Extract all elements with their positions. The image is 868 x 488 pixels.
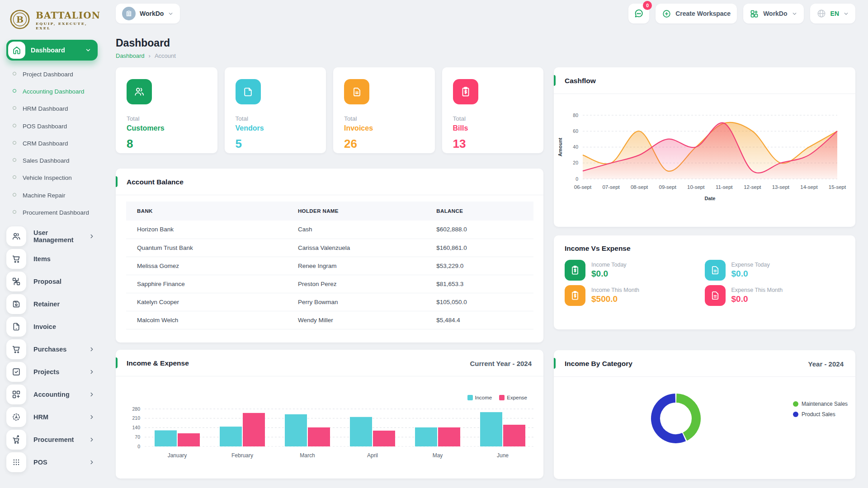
language-selector[interactable]: EN xyxy=(810,4,855,23)
sidebar-menu: User Management Items Proposal Retainer … xyxy=(6,225,98,474)
table-column-header: BALANCE xyxy=(425,202,533,221)
globe-icon xyxy=(816,9,826,19)
svg-text:40: 40 xyxy=(573,144,578,150)
create-workspace-button[interactable]: Create Workspace xyxy=(656,4,737,23)
workdo-menu-button[interactable]: WorkDo xyxy=(743,4,803,23)
table-column-header: BANK xyxy=(126,202,287,221)
app-root: B BATTALION EQUIP, EXECUTE, EXEL Dashboa… xyxy=(0,0,868,479)
balance-cell: $160,861.0 xyxy=(425,239,533,257)
table-row: Horizon Bank Cash $602,888.0 xyxy=(126,221,533,239)
bullet-icon xyxy=(13,106,16,110)
chevron-right-icon xyxy=(89,233,95,239)
sidebar-item-hrm[interactable]: HRM xyxy=(6,406,98,428)
chevron-down-icon xyxy=(168,11,174,17)
stat-card-bills[interactable]: Total Bills 13 xyxy=(442,67,544,153)
table-row: Malcolm Welch Wendy Miller $5,484.4 xyxy=(126,311,533,329)
retainer-icon xyxy=(6,294,26,314)
main-content: WorkDo 0 Create xyxy=(104,0,868,479)
language-label: EN xyxy=(830,10,839,17)
invoice-icon xyxy=(6,317,26,337)
sidebar-item-projects[interactable]: Projects xyxy=(6,361,98,383)
stat-label: Customers xyxy=(127,124,207,132)
svg-text:60: 60 xyxy=(573,128,578,134)
holder-cell: Preston Perez xyxy=(287,275,425,293)
stat-card-customers[interactable]: Total Customers 8 xyxy=(116,67,217,153)
sidebar-subitem[interactable]: Vehicle Inspection xyxy=(13,169,98,187)
sidebar-subitem[interactable]: Project Dashboard xyxy=(13,66,98,83)
sidebar-item-label: HRM xyxy=(33,413,48,421)
svg-text:07-sept: 07-sept xyxy=(602,184,620,190)
income-by-category-donut-chart xyxy=(554,377,855,479)
legend-item: Expense xyxy=(499,395,527,400)
chevron-right-icon xyxy=(89,414,95,420)
users-icon xyxy=(6,226,26,246)
holder-cell: Cash xyxy=(287,221,425,239)
chevron-right-icon xyxy=(89,391,95,398)
chevron-down-icon xyxy=(843,11,849,17)
sidebar-item-proposal[interactable]: Proposal xyxy=(6,270,98,293)
stat-prefix: Total xyxy=(453,115,533,122)
sidebar-item-procurement[interactable]: Procurement xyxy=(6,428,98,451)
table-row: Melissa Gomez Renee Ingram $53,229.0 xyxy=(126,257,533,275)
grid-plus-icon xyxy=(750,9,759,19)
proposal-icon xyxy=(6,272,26,291)
sidebar-subitem[interactable]: Machine Repair xyxy=(13,187,98,204)
sidebar-item-pos[interactable]: POS xyxy=(6,451,98,474)
sidebar-item-label: Items xyxy=(33,255,51,263)
stat-prefix: Total xyxy=(127,115,207,122)
svg-text:January: January xyxy=(168,452,187,459)
sidebar-subitem-label: Project Dashboard xyxy=(23,70,73,79)
workspace-switcher[interactable]: WorkDo xyxy=(116,4,180,23)
sidebar-subitem[interactable]: HRM Dashboard xyxy=(13,100,98,117)
workspace-avatar xyxy=(122,7,136,20)
svg-text:February: February xyxy=(231,452,253,459)
sidebar-subitem[interactable]: POS Dashboard xyxy=(13,118,98,135)
ive-label: Expense Today xyxy=(731,262,770,268)
sidebar-subitem[interactable]: Procurement Dashboard xyxy=(13,204,98,221)
sidebar-item-purchases[interactable]: Purchases xyxy=(6,338,98,361)
svg-text:12-sept: 12-sept xyxy=(744,184,761,190)
sidebar-item-label: POS xyxy=(33,459,47,466)
svg-text:March: March xyxy=(300,452,315,459)
sidebar-subitem-label: POS Dashboard xyxy=(23,122,67,131)
cart-icon xyxy=(6,249,26,269)
panel-title: Income & Expense xyxy=(127,359,189,367)
sidebar-subitem-label: Machine Repair xyxy=(23,192,66,200)
sidebar-item-dashboard[interactable]: Dashboard xyxy=(6,40,98,61)
cashflow-panel: Cashflow 02040608006-sept07-sept08-sept0… xyxy=(554,67,855,227)
sidebar-item-accounting[interactable]: Accounting xyxy=(6,383,98,406)
income-vs-expense-tiles: Income Today $0.0 Expense Today $0.0 Inc… xyxy=(554,255,855,310)
bullet-icon xyxy=(13,89,16,93)
stat-card-vendors[interactable]: Total Vendors 5 xyxy=(225,67,326,153)
ive-value: $500.0 xyxy=(591,294,639,304)
sidebar-item-user-management[interactable]: User Management xyxy=(6,225,98,248)
bank-cell: Malcolm Welch xyxy=(126,311,287,329)
brand-tagline: EQUIP, EXECUTE, EXEL xyxy=(36,21,100,30)
stat-card-invoices[interactable]: Total Invoices 26 xyxy=(333,67,435,153)
chat-icon xyxy=(633,8,644,19)
panel-accent xyxy=(554,358,556,369)
svg-text:20: 20 xyxy=(573,160,578,165)
breadcrumb-link[interactable]: Dashboard xyxy=(116,52,145,59)
sidebar-item-invoice[interactable]: Invoice xyxy=(6,315,98,338)
stat-value: 8 xyxy=(127,137,207,151)
stat-label: Vendors xyxy=(236,124,316,132)
hrm-icon xyxy=(6,407,26,427)
messages-button[interactable]: 0 xyxy=(628,4,649,23)
bullet-icon xyxy=(13,158,16,162)
brand[interactable]: B BATTALION EQUIP, EXECUTE, EXEL xyxy=(6,6,98,33)
account-balance-table: BANKHOLDER NAMEBALANCE Horizon Bank Cash… xyxy=(126,202,533,329)
sidebar-item-retainer[interactable]: Retainer xyxy=(6,293,98,315)
table-header-row: BANKHOLDER NAMEBALANCE xyxy=(126,202,533,221)
sidebar-item-items[interactable]: Items xyxy=(6,248,98,270)
holder-cell: Perry Bowman xyxy=(287,293,425,311)
expense-icon xyxy=(705,285,726,306)
ive-value: $0.0 xyxy=(731,269,770,279)
projects-icon xyxy=(6,362,26,382)
stat-label: Bills xyxy=(453,124,533,132)
sidebar-item-label: Accounting xyxy=(33,391,70,398)
sidebar-subitem[interactable]: Sales Dashboard xyxy=(13,152,98,169)
sidebar-subitem[interactable]: Accounting Dashboard xyxy=(13,83,98,100)
sidebar-subitem[interactable]: CRM Dashboard xyxy=(13,135,98,152)
page-title: Dashboard xyxy=(116,37,855,49)
